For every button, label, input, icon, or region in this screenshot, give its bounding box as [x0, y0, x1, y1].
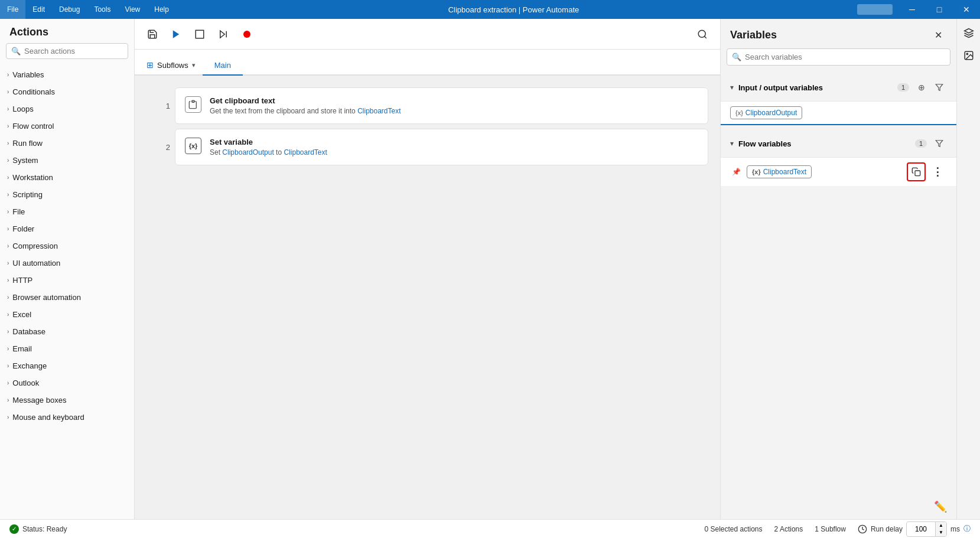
run-delay-decrement-button[interactable]: ▼: [936, 529, 946, 536]
pin-icon[interactable]: 📌: [730, 166, 742, 178]
canvas-search-button[interactable]: [692, 24, 713, 45]
record-button[interactable]: [236, 24, 258, 45]
category-loops[interactable]: › Loops: [0, 100, 134, 118]
clipboard-text-row: 📌 {x} ClipboardText ⋮: [730, 162, 947, 181]
category-ui-automation[interactable]: › UI automation: [0, 255, 134, 272]
stop-button[interactable]: [189, 24, 210, 45]
category-scripting[interactable]: › Scripting: [0, 186, 134, 203]
menu-view[interactable]: View: [118, 0, 147, 19]
run-delay-input-group[interactable]: ▲ ▼: [906, 521, 947, 537]
eraser-icon[interactable]: ✏️: [934, 500, 947, 513]
close-button[interactable]: ✕: [953, 0, 980, 19]
category-database[interactable]: › Database: [0, 323, 134, 340]
user-avatar: [851, 0, 898, 19]
chevron-right-icon: ›: [7, 191, 9, 198]
subflows-icon: ⊞: [146, 60, 154, 70]
menu-file[interactable]: File: [0, 0, 25, 19]
tab-main[interactable]: Main: [203, 56, 243, 76]
category-conditionals[interactable]: › Conditionals: [0, 83, 134, 100]
search-variables-box[interactable]: 🔍: [727, 48, 950, 66]
add-variable-button[interactable]: ⊕: [914, 80, 929, 95]
chevron-right-icon: ›: [7, 380, 9, 386]
search-icon: 🔍: [11, 47, 21, 56]
filter-flow-variables-button[interactable]: [932, 136, 947, 151]
category-label: Flow control: [12, 122, 54, 131]
category-workstation[interactable]: › Workstation: [0, 169, 134, 186]
app-body: Actions 🔍 › Variables › Conditionals › L…: [0, 19, 980, 519]
var-chip-icon: {x}: [735, 109, 743, 116]
category-system[interactable]: › System: [0, 152, 134, 169]
category-label: UI automation: [12, 259, 60, 268]
chevron-right-icon: ›: [7, 328, 9, 335]
flow-variables-section-header[interactable]: ▾ Flow variables 1: [721, 130, 956, 157]
category-http[interactable]: › HTTP: [0, 272, 134, 289]
category-file[interactable]: › File: [0, 203, 134, 220]
maximize-button[interactable]: □: [926, 0, 953, 19]
subflows-button[interactable]: ⊞ Subflows ▾: [139, 56, 203, 76]
step-2-desc: Set ClipboardOutput to ClipboardText: [210, 148, 698, 156]
image-icon-button[interactable]: [959, 46, 978, 65]
variables-close-button[interactable]: ✕: [929, 26, 947, 44]
clipboard-text-chip[interactable]: {x} ClipboardText: [747, 165, 812, 178]
svg-rect-8: [192, 100, 194, 102]
flow-var-highlighted-button[interactable]: [907, 162, 926, 181]
category-label: Compression: [12, 242, 58, 250]
svg-rect-1: [196, 30, 204, 38]
category-compression[interactable]: › Compression: [0, 237, 134, 255]
layers-icon-button[interactable]: [959, 24, 978, 43]
step-1-get-clipboard[interactable]: Get clipboard text Get the text from the…: [175, 87, 708, 124]
menu-help[interactable]: Help: [147, 0, 176, 19]
svg-marker-9: [936, 84, 943, 91]
chevron-right-icon: ›: [7, 89, 9, 95]
category-label: Loops: [12, 105, 33, 113]
category-mouse-keyboard[interactable]: › Mouse and keyboard: [0, 409, 134, 426]
category-email[interactable]: › Email: [0, 340, 134, 357]
run-delay-unit-label: ms: [950, 525, 960, 533]
category-run-flow[interactable]: › Run flow: [0, 135, 134, 152]
filter-variables-button[interactable]: [932, 80, 947, 95]
status-circle-icon: ✓: [9, 524, 19, 534]
run-button[interactable]: [165, 24, 187, 45]
step-2-set-variable[interactable]: {x} Set variable Set ClipboardOutput to …: [175, 129, 708, 165]
search-actions-input[interactable]: [24, 47, 123, 56]
menu-debug[interactable]: Debug: [52, 0, 87, 19]
category-outlook[interactable]: › Outlook: [0, 374, 134, 392]
input-output-section-header[interactable]: ▾ Input / output variables 1 ⊕: [721, 74, 956, 101]
category-variables[interactable]: › Variables: [0, 66, 134, 83]
flow-section-chevron-icon: ▾: [730, 139, 734, 148]
category-exchange[interactable]: › Exchange: [0, 357, 134, 374]
next-step-button[interactable]: [213, 24, 234, 45]
chevron-right-icon: ›: [7, 140, 9, 146]
save-button[interactable]: [142, 24, 163, 45]
subflow-count-label: 1 Subflow: [815, 525, 846, 533]
svg-marker-2: [220, 31, 225, 38]
actions-panel-title: Actions: [0, 19, 134, 43]
steps-container: 1 Get clipboard text Get the text from t…: [175, 87, 708, 165]
search-variables-input[interactable]: [745, 53, 945, 61]
category-label: Browser automation: [12, 293, 81, 302]
category-flow-control[interactable]: › Flow control: [0, 118, 134, 135]
category-message-boxes[interactable]: › Message boxes: [0, 392, 134, 409]
category-browser-automation[interactable]: › Browser automation: [0, 289, 134, 306]
chevron-right-icon: ›: [7, 243, 9, 249]
svg-marker-12: [964, 29, 973, 34]
step-2-title: Set variable: [210, 138, 698, 146]
category-folder[interactable]: › Folder: [0, 220, 134, 237]
info-icon[interactable]: ⓘ: [963, 524, 971, 534]
run-delay-input[interactable]: [907, 523, 935, 535]
tabs-bar: ⊞ Subflows ▾ Main: [135, 50, 720, 76]
clipboard-output-chip[interactable]: {x} ClipboardOutput: [730, 106, 802, 119]
actions-count-label: 2 Actions: [774, 525, 803, 533]
menu-tools[interactable]: Tools: [87, 0, 118, 19]
category-excel[interactable]: › Excel: [0, 306, 134, 323]
run-delay-increment-button[interactable]: ▲: [936, 522, 946, 529]
icon-sidebar: [956, 19, 980, 519]
menu-edit[interactable]: Edit: [25, 0, 52, 19]
flow-var-more-button[interactable]: ⋮: [928, 162, 947, 181]
step-2-var1: ClipboardOutput: [222, 148, 274, 156]
flow-canvas[interactable]: 1 Get clipboard text Get the text from t…: [135, 76, 720, 519]
checkmark-icon: ✓: [12, 526, 17, 532]
minimize-button[interactable]: ─: [898, 0, 926, 19]
search-actions-box[interactable]: 🔍: [6, 43, 128, 59]
chevron-right-icon: ›: [7, 277, 9, 283]
